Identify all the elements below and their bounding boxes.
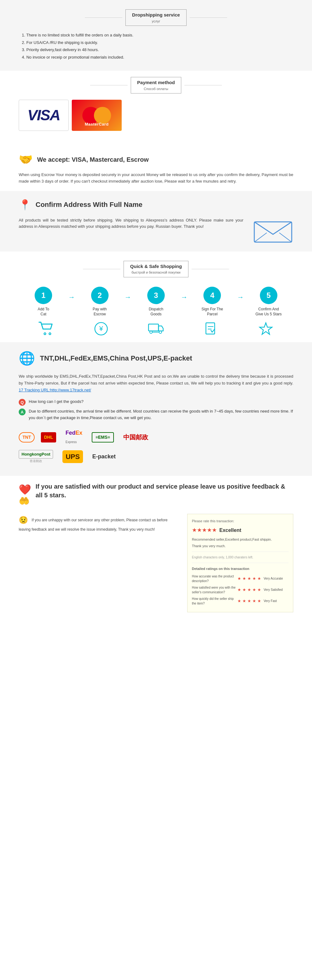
svg-text:¥: ¥ (99, 325, 103, 332)
star-icon (238, 321, 293, 336)
feedback-row: 😟 If you are unhappy with our serviceor … (19, 514, 293, 612)
rating-verdict-3: Very Fast (264, 598, 289, 603)
review-line-2: Thank you very much. (192, 543, 289, 549)
svg-line-2 (279, 233, 292, 242)
carriers-row: TNT DHL FedExExpress ≡EMS≡ 中国邮政 (19, 428, 293, 447)
feedback-section: ❤️ 🤲 If you are satisfied with our produ… (0, 476, 312, 619)
svg-rect-11 (206, 323, 214, 334)
mastercard-label: MasterCard (72, 121, 122, 127)
qa-question-row: Q How long can I get the goods? (19, 399, 293, 406)
carrier-china-post: 中国邮政 (120, 431, 151, 443)
rating-label-2: How satisfied were you with the seller's… (192, 585, 237, 595)
step-label-3: DispatchGoods (149, 307, 163, 317)
payment-subtitle: Способ оплаты (137, 86, 175, 92)
step-4: 4 Sign For TheParcel (187, 287, 237, 317)
svg-rect-7 (149, 324, 158, 331)
header-line-right (190, 18, 227, 18)
rating-card-title: Please rate this transaction: (192, 519, 289, 524)
hongkong-post-subtitle: 香港郵政 (30, 459, 42, 463)
qa-question-text: How long can I get the goods? (29, 399, 83, 405)
feedback-title: If you are satisfied with our product an… (35, 482, 293, 500)
accept-section: 🤝 We accept: VISA, Mastercard, Escrow Wh… (0, 148, 312, 191)
location-icon: 📍 (19, 197, 31, 212)
envelope-icon (253, 217, 293, 245)
shipping-title: TNT,DHL,FedEx,EMS,China Post,UPS,E-packe… (40, 353, 192, 363)
rating-label-3: How quickly did the seller ship the item… (192, 597, 237, 606)
payment-section: Payment method Способ оплаты VISA Master… (0, 71, 312, 148)
star-rating-display: ★★★★★ (192, 526, 217, 535)
dropship-item-2: For USA/CA /RU the shipping is quickly. (22, 40, 293, 46)
svg-rect-0 (254, 222, 292, 242)
carrier-hongkong-post: HongkongPost 香港郵政 (19, 450, 53, 463)
arrow-2: → (125, 292, 131, 302)
rating-stars-2: ★ ★ ★ ★ ★ (237, 587, 261, 593)
confirm-section: 📍 Confirm Address With Full Name All pro… (0, 191, 312, 251)
feedback-left-text: If you are unhappy with our serviceor an… (19, 517, 168, 531)
shipping-section: 🌐 TNT,DHL,FedEx,EMS,China Post,UPS,E-pac… (0, 342, 312, 476)
visa-label: VISA (27, 104, 60, 127)
rating-stars-1: ★ ★ ★ ★ ★ (237, 576, 261, 582)
escrow-icon: ¥ (74, 321, 128, 336)
dropship-header: Dropshipping service услуг (19, 10, 293, 26)
stars-excellent-row: ★★★★★ Excellent (192, 526, 289, 535)
shopping-subtitle: быстрой и безопасной покупки (130, 270, 182, 275)
dropship-item-1: There is no limited stock to fulfill the… (22, 32, 293, 38)
divider-1 (192, 552, 289, 552)
qa-answer-row: A Due to different countries, the arriva… (19, 408, 293, 421)
sign-icon (184, 321, 238, 336)
step-5: 5 Confirm AndGive Us 5 Stars (244, 287, 293, 317)
svg-point-3 (44, 333, 46, 335)
confirm-body: All products will be tested strictly bef… (19, 217, 293, 245)
detailed-title: Detailed ratings on this transaction (192, 566, 289, 571)
qa-answer-text: Due to different countries, the arrival … (29, 408, 293, 421)
dropship-title: Dropshipping service (132, 11, 180, 19)
globe-icon: 🌐 (19, 348, 35, 368)
carrier-ups: UPS (62, 450, 83, 463)
payment-title: Payment method (137, 79, 175, 86)
header-line-left (85, 18, 122, 18)
a-badge: A (19, 409, 26, 415)
carrier-dhl: DHL (41, 432, 56, 442)
accept-text: When using Escrow Your money is deposite… (19, 172, 293, 185)
shopping-line-left (83, 269, 120, 269)
chars-left: English characters only, 1,000 charaters… (192, 555, 289, 560)
second-carriers-row: HongkongPost 香港郵政 UPS E-packet (19, 450, 293, 463)
rating-row-1: How accurate was the product description… (192, 574, 289, 583)
payment-header-box: Payment method Способ оплаты (131, 77, 182, 94)
svg-point-4 (49, 333, 51, 335)
step-circle-3: 3 (147, 287, 165, 304)
dropship-header-box: Dropshipping service услуг (125, 10, 186, 26)
svg-marker-14 (259, 323, 272, 334)
step-circle-1: 1 (35, 287, 52, 304)
cart-icon (19, 321, 74, 336)
feedback-left: 😟 If you are unhappy with our serviceor … (19, 514, 178, 533)
carrier-tnt: TNT (19, 432, 35, 442)
review-line-1: Recommended seller,Excellent product,Fas… (192, 537, 289, 542)
confirm-text: All products will be tested strictly bef… (19, 217, 243, 230)
steps-container: 1 Add ToCat → 2 Pay withEscrow → 3 Dispa… (19, 287, 293, 317)
arrow-1: → (68, 292, 75, 302)
q-badge: Q (19, 399, 26, 406)
excellent-label: Excellent (219, 527, 241, 534)
shipping-text-content: We ship worldwide by EMS,DHL,FedEx,TNT,E… (19, 374, 293, 385)
rating-label-1: How accurate was the product description… (192, 574, 237, 583)
divider-2 (192, 563, 289, 563)
sad-icon: 😟 (19, 516, 28, 524)
shopping-title: Quick & Safe Shopping (130, 263, 182, 270)
step-3: 3 DispatchGoods (131, 287, 181, 317)
accept-header: 🤝 We accept: VISA, Mastercard, Escrow (19, 151, 293, 168)
mastercard-card: MasterCard (72, 100, 122, 131)
shopping-header-box: Quick & Safe Shopping быстрой и безопасн… (123, 261, 189, 277)
rating-stars-3: ★ ★ ★ ★ ★ (237, 598, 261, 604)
tracking-link[interactable]: 17 Tracking URL:http://www.17track.net/ (19, 388, 91, 392)
carrier-epacket: E-packet (92, 452, 116, 461)
carrier-ems: ≡EMS≡ (92, 432, 114, 442)
step-label-1: Add ToCat (38, 307, 49, 317)
shopping-section: Quick & Safe Shopping быстрой и безопасн… (0, 251, 312, 342)
step-circle-4: 4 (203, 287, 221, 304)
dropship-item-4: No invoice or receip or promotional mate… (22, 54, 293, 60)
rating-verdict-1: Very Accurate (264, 576, 289, 581)
dropship-list: There is no limited stock to fulfill the… (19, 32, 293, 60)
dropship-section: Dropshipping service услуг There is no l… (0, 0, 312, 71)
rating-card: Please rate this transaction: ★★★★★ Exce… (187, 514, 293, 612)
